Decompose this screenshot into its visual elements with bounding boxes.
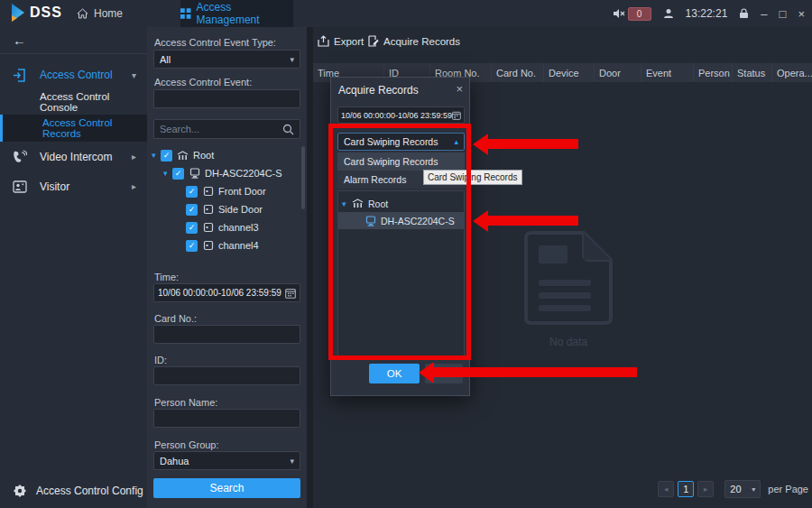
maximize-button[interactable]: □ — [780, 8, 787, 20]
door-channel-icon — [201, 222, 215, 233]
event-label: Access Control Event: — [154, 77, 252, 88]
mute-count-badge: 0 — [628, 7, 651, 21]
person-group-select[interactable]: Dahua ▾ — [153, 451, 300, 470]
checkbox-checked[interactable]: ✓ — [161, 150, 172, 162]
column-header[interactable]: Card No. — [491, 63, 543, 82]
no-data-document-icon — [519, 224, 618, 332]
search-button[interactable]: Search — [153, 478, 300, 498]
per-page-label: per Page — [768, 484, 808, 494]
door-channel-icon — [201, 240, 215, 251]
column-header[interactable]: Status — [732, 63, 771, 82]
back-button[interactable]: ← — [0, 27, 147, 54]
caret-down-icon: ▾ — [752, 485, 755, 494]
sidebar-item-access-control[interactable]: Access Control ▾ — [0, 61, 147, 88]
sidebar-item-label: Video Intercom — [40, 151, 113, 163]
column-header[interactable]: Person ... — [693, 63, 732, 82]
sidebar-item-video-intercom[interactable]: Video Intercom ▸ — [0, 142, 147, 171]
access-control-icon — [12, 69, 28, 82]
tree-search-input[interactable] — [160, 124, 282, 134]
checkbox-checked[interactable]: ✓ — [172, 168, 184, 180]
checkbox-checked[interactable]: ✓ — [186, 186, 198, 198]
id-input[interactable] — [153, 366, 300, 385]
calendar-icon[interactable] — [452, 111, 461, 120]
event-input[interactable] — [153, 89, 300, 108]
tab-access-management[interactable]: Access Management — [180, 0, 293, 27]
person-group-value: Dahua — [160, 456, 189, 466]
gear-icon — [12, 484, 28, 498]
dialog-title: Acquire Records — [338, 84, 419, 97]
prev-page-button[interactable]: ◂ — [658, 481, 674, 497]
sidebar-footer-label: Access Control Config — [36, 485, 143, 497]
id-label: ID: — [154, 355, 167, 365]
card-no-input[interactable] — [153, 325, 300, 344]
dialog-close-icon[interactable]: × — [456, 82, 463, 96]
event-type-value: All — [160, 54, 171, 65]
page-size-select[interactable]: 20 ▾ — [724, 480, 761, 498]
column-header[interactable]: Device — [543, 63, 594, 82]
calendar-icon[interactable] — [285, 288, 296, 299]
back-arrow-icon: ← — [13, 32, 26, 48]
no-data-placeholder: No data — [519, 224, 618, 348]
tree-node-channel[interactable]: ✓ channel3 — [186, 218, 259, 236]
page-size-value: 20 — [730, 484, 741, 494]
tree-expanded-icon[interactable]: ▾ — [163, 169, 172, 178]
next-page-button[interactable]: ▸ — [697, 481, 714, 497]
event-type-select[interactable]: All ▾ — [153, 50, 300, 69]
no-data-label: No data — [519, 336, 618, 348]
checkbox-checked[interactable]: ✓ — [186, 204, 198, 216]
column-header[interactable]: Door — [594, 63, 641, 82]
tree-node-channel[interactable]: ✓ Front Door — [186, 182, 266, 200]
current-page-button[interactable]: 1 — [678, 481, 694, 497]
tab-home[interactable]: Home — [77, 0, 123, 27]
time-range-input[interactable]: 10/06 00:00:00-10/06 23:59:59 — [153, 283, 300, 302]
controller-icon — [188, 168, 201, 179]
sidebar-item-access-control-records[interactable]: Access Control Records — [0, 115, 147, 142]
acquire-records-button[interactable]: Acquire Records — [367, 35, 460, 47]
sidebar-item-label: Access Control Records — [42, 117, 147, 139]
tree-node-label: Side Door — [218, 204, 263, 215]
tree-node-root[interactable]: ▾ ✓ Root — [152, 146, 214, 164]
tree-node-label: Front Door — [218, 186, 266, 197]
minimize-button[interactable]: – — [761, 8, 767, 20]
tree-search-box — [153, 119, 300, 139]
door-channel-icon — [201, 204, 215, 215]
sidebar-item-label: Visitor — [40, 180, 69, 193]
tree-scrollbar[interactable] — [301, 146, 305, 209]
annotation-arrow-dropdown-shaft — [487, 139, 578, 149]
tab-home-label: Home — [94, 7, 123, 20]
user-icon[interactable] — [663, 8, 674, 19]
mute-control[interactable]: 0 — [613, 7, 651, 21]
sidebar-item-visitor[interactable]: Visitor ▸ — [0, 171, 147, 201]
event-type-label: Access Control Event Type: — [154, 37, 276, 48]
annotation-arrow-dropdown — [473, 134, 488, 155]
export-icon — [318, 35, 329, 47]
sidebar-item-access-control-config[interactable]: Access Control Config — [0, 479, 147, 503]
tree-node-channel[interactable]: ✓ Side Door — [186, 200, 263, 218]
checkbox-checked[interactable]: ✓ — [186, 240, 198, 252]
annotation-rectangle — [328, 124, 471, 360]
tree-node-channel[interactable]: ✓ channel4 — [186, 236, 259, 254]
tree-expanded-icon[interactable]: ▾ — [152, 151, 161, 160]
close-button[interactable]: × — [798, 8, 805, 20]
time-range-value: 10/06 00:00:00-10/06 23:59:59 — [158, 288, 281, 298]
acquire-records-label: Acquire Records — [383, 36, 460, 47]
tree-node-label: channel4 — [218, 240, 259, 251]
lock-icon[interactable] — [739, 8, 749, 19]
person-name-input[interactable] — [153, 409, 300, 428]
export-button[interactable]: Export — [318, 35, 364, 47]
tree-node-device[interactable]: ▾ ✓ DH-ASC2204C-S — [163, 164, 282, 182]
column-header[interactable]: Opera... — [771, 63, 812, 82]
sidebar-item-access-control-console[interactable]: Access Control Console — [0, 88, 147, 115]
caret-down-icon: ▾ — [290, 55, 294, 64]
annotation-arrow-ok — [419, 362, 434, 383]
search-icon[interactable] — [282, 124, 294, 135]
dialog-time-range-value: 10/06 00:00:00-10/06 23:59:59 — [341, 111, 452, 120]
column-header[interactable]: Event — [641, 63, 693, 82]
dialog-time-range-input[interactable]: 10/06 00:00:00-10/06 23:59:59 — [337, 106, 465, 124]
logo-text: DSS — [30, 5, 62, 21]
sidebar-item-label: Access Control — [40, 69, 113, 81]
tree-node-label: Root — [193, 150, 214, 161]
checkbox-checked[interactable]: ✓ — [186, 222, 198, 234]
ok-button[interactable]: OK — [369, 364, 420, 383]
filter-panel: Access Control Event Type: All ▾ Access … — [147, 27, 307, 508]
